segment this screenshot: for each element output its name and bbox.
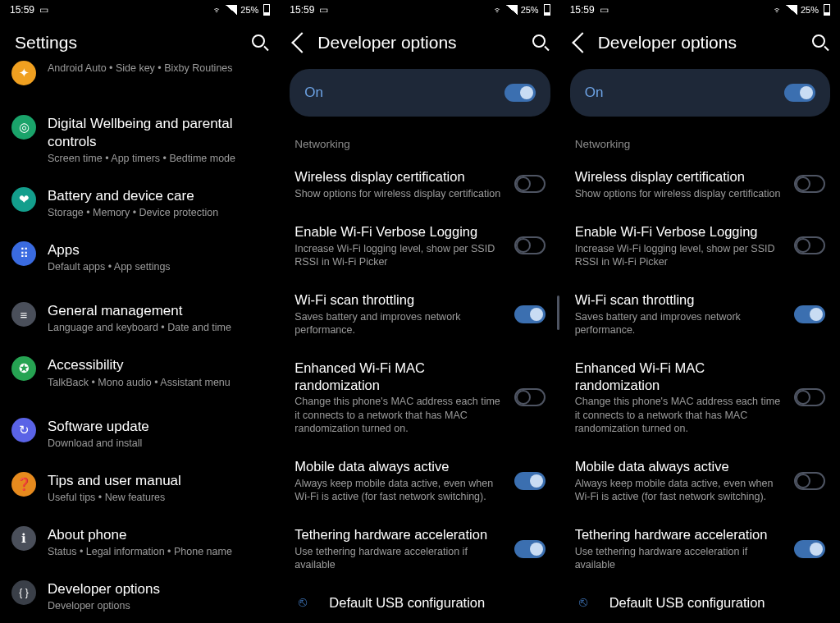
dev-item-title: Wi-Fi scan throttling [575,291,783,309]
status-bar: 15:59 ▭ ᯤ 25% [560,0,840,20]
wifi-icon: ᯤ [494,5,503,15]
settings-item-sub: Useful tips • New features [48,492,268,503]
toggle-switch-icon[interactable] [794,472,825,490]
dev-item-tethering-hw-accel[interactable]: Tethering hardware acceleration Use teth… [560,515,840,583]
digital-wellbeing-icon: ◎ [11,115,36,140]
notification-icon: ▭ [39,4,48,16]
dev-item-title: Wireless display certification [575,168,783,186]
about-phone-icon: ℹ [11,526,36,551]
page-title: Developer options [317,33,520,53]
back-icon[interactable] [292,32,313,53]
settings-item-title: Digital Wellbeing and parental controls [48,115,268,151]
dev-item-tethering-hw-accel[interactable]: Tethering hardware acceleration Use teth… [280,515,559,583]
settings-panel: 15:59 ▭ ᯤ 25% Settings ✦ Advanced featur… [0,0,280,623]
dev-item-title: Enhanced Wi-Fi MAC randomization [294,360,502,393]
settings-item-tips[interactable]: ❓ Tips and user manual Useful tips • New… [11,460,268,515]
settings-item-developer-options[interactable]: { } Developer options Developer options [11,569,268,623]
settings-item-title: General management [48,302,268,320]
toggle-switch-icon[interactable] [794,540,825,558]
battery-icon [544,4,550,16]
toggle-switch-icon[interactable] [784,84,815,102]
status-time: 15:59 [290,4,314,16]
dev-item-mac-randomization[interactable]: Enhanced Wi-Fi MAC randomization Change … [560,348,840,447]
settings-item-title: About phone [48,526,268,544]
dev-item-default-usb-config[interactable]: ⎋ Default USB configuration [560,583,840,622]
back-icon[interactable] [572,32,592,53]
dev-item-title: Wireless display certification [294,168,502,186]
toggle-switch-icon[interactable] [794,175,825,193]
settings-item-software-update[interactable]: ↻ Software update Download and install [11,400,268,460]
dev-item-title: Wi-Fi scan throttling [294,291,502,309]
dev-item-mac-randomization[interactable]: Enhanced Wi-Fi MAC randomization Change … [280,348,559,447]
dev-item-title: Default USB configuration [609,595,765,611]
toggle-switch-icon[interactable] [504,84,536,102]
search-icon[interactable] [252,34,268,51]
dev-item-wireless-display-cert[interactable]: Wireless display certification Show opti… [280,157,559,212]
dev-item-default-usb-config[interactable]: ⎋ Default USB configuration [280,583,559,622]
settings-item-title: Software update [48,418,268,436]
dev-item-title: Mobile data always active [294,458,502,475]
dev-item-sub: Always keep mobile data active, even whe… [294,477,502,504]
settings-item-about-phone[interactable]: ℹ About phone Status • Legal information… [11,515,268,569]
status-time: 15:59 [570,4,595,16]
dev-master-toggle[interactable]: On [570,69,830,117]
developer-options-panel-b: 15:59 ▭ ᯤ 25% Developer options On Netwo… [280,0,559,623]
toggle-switch-icon[interactable] [794,236,825,254]
dev-item-wifi-scan-throttling[interactable]: Wi-Fi scan throttling Saves battery and … [280,280,559,348]
toggle-switch-icon[interactable] [514,236,546,254]
toggle-switch-icon[interactable] [514,175,546,193]
settings-item-title: Apps [48,241,268,259]
settings-list: ✦ Advanced features Android Auto • Side … [0,61,280,623]
settings-item-accessibility[interactable]: ✪ Accessibility TalkBack • Mono audio • … [11,345,268,399]
search-icon[interactable] [532,34,549,51]
toggle-switch-icon[interactable] [514,540,546,558]
dev-master-toggle[interactable]: On [290,69,550,117]
dev-item-mobile-data-always-active[interactable]: Mobile data always active Always keep mo… [280,447,559,515]
developer-options-icon: { } [11,580,36,605]
signal-icon [226,5,237,15]
section-networking: Networking [560,117,840,157]
settings-item-sub: Android Auto • Side key • Bixby Routines [48,62,268,74]
status-bar: 15:59 ▭ ᯤ 25% [280,0,559,20]
settings-item-sub: Developer options [48,600,268,612]
dev-item-wifi-scan-throttling[interactable]: Wi-Fi scan throttling Saves battery and … [560,280,840,348]
settings-item-title: Tips and user manual [48,472,268,490]
dev-item-wifi-verbose-logging[interactable]: Enable Wi-Fi Verbose Logging Increase Wi… [280,212,559,280]
status-bar: 15:59 ▭ ᯤ 25% [0,0,280,20]
dev-item-sub: Use tethering hardware acceleration if a… [575,545,783,572]
page-title: Developer options [598,33,801,53]
settings-item-sub: Language and keyboard • Date and time [48,322,268,333]
toggle-switch-icon[interactable] [514,388,546,406]
battery-text: 25% [801,5,819,15]
settings-item-title: Accessibility [48,356,268,374]
toggle-switch-icon[interactable] [514,305,546,323]
dev-item-title: Enable Wi-Fi Verbose Logging [294,223,502,240]
settings-item-apps[interactable]: ⠿ Apps Default apps • App settings [11,230,268,284]
scrollbar[interactable] [557,295,559,330]
battery-text: 25% [240,5,258,15]
dev-header: Developer options [560,20,840,69]
settings-item-battery-care[interactable]: ❤ Battery and device care Storage • Memo… [11,176,268,230]
settings-item-sub: Default apps • App settings [48,261,268,273]
toggle-switch-icon[interactable] [794,388,825,406]
wifi-icon: ᯤ [213,5,222,15]
dev-item-title: Enable Wi-Fi Verbose Logging [575,223,783,240]
dev-item-wireless-display-cert[interactable]: Wireless display certification Show opti… [560,157,840,212]
toggle-switch-icon[interactable] [794,305,825,323]
settings-item-general-management[interactable]: ≡ General management Language and keyboa… [11,284,268,345]
settings-item-advanced-features[interactable]: ✦ Advanced features Android Auto • Side … [11,61,268,97]
dev-item-sub: Saves battery and improves network perfo… [575,310,783,337]
dev-item-sub: Change this phone's MAC address each tim… [294,395,502,435]
settings-item-digital-wellbeing[interactable]: ◎ Digital Wellbeing and parental control… [11,97,268,176]
general-management-icon: ≡ [11,302,36,327]
search-icon[interactable] [812,34,829,51]
dev-header: Developer options [280,20,559,69]
dev-item-title: Default USB configuration [329,595,485,611]
dev-item-mobile-data-always-active[interactable]: Mobile data always active Always keep mo… [560,447,840,515]
signal-icon [506,5,518,15]
status-time: 15:59 [10,4,34,16]
settings-item-sub: Download and install [48,437,268,449]
dev-item-wifi-verbose-logging[interactable]: Enable Wi-Fi Verbose Logging Increase Wi… [560,212,840,280]
toggle-switch-icon[interactable] [514,472,546,490]
settings-item-title: Battery and device care [48,187,268,205]
